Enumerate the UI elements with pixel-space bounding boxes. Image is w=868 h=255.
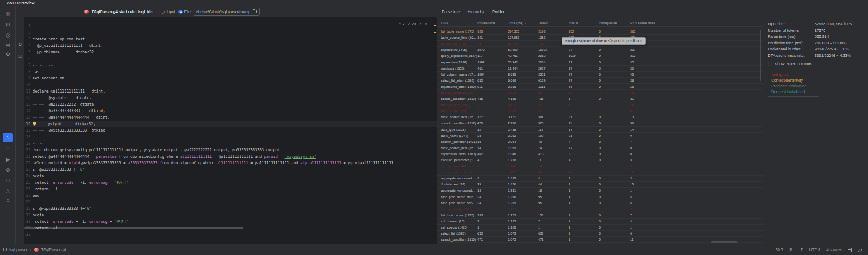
line-number[interactable]: 23 bbox=[24, 166, 30, 173]
code-line-2[interactable]: 2 bbox=[24, 30, 437, 36]
code-line-7[interactable]: 7-- -- -- bbox=[24, 62, 437, 69]
profiler-row[interactable]: search_condition (1517)4702.78652511030 bbox=[437, 120, 763, 126]
column-header-dfa-cache-miss[interactable]: DFA cache miss bbox=[630, 21, 763, 25]
profiler-row[interactable]: execute_statement (7...31.7333011112 bbox=[437, 169, 763, 176]
notifications-info-icon[interactable]: ! bbox=[858, 248, 862, 252]
code-line-27[interactable]: 27end bbox=[24, 192, 437, 199]
file-radio[interactable] bbox=[178, 10, 183, 14]
profiler-row[interactable]: expression_elem (1590)6115.266321199026 bbox=[437, 84, 763, 90]
code-line-6[interactable]: 6 bbox=[24, 56, 437, 62]
profiler-row[interactable]: table_source_item (15...141.959741708 bbox=[437, 145, 763, 151]
input-radio-label[interactable]: Input bbox=[167, 10, 175, 14]
line-number[interactable]: 15 bbox=[24, 114, 30, 121]
input-radio[interactable] bbox=[161, 10, 165, 14]
profiler-row[interactable]: column_definition (1421)182.06449707 bbox=[437, 139, 763, 145]
code-line-10[interactable]: 10 bbox=[24, 82, 437, 88]
line-number[interactable]: 28 bbox=[24, 199, 30, 205]
profiler-row[interactable]: sql_clauses (12)71.1227104 bbox=[437, 219, 763, 225]
code-line-9[interactable]: 9set nocount on bbox=[24, 75, 437, 82]
profiler-row[interactable]: data_type (1829)322.48811417014 bbox=[437, 127, 763, 133]
table-vertical-scrollbar[interactable] bbox=[760, 30, 761, 81]
checkbox-icon[interactable] bbox=[768, 62, 772, 66]
line-number[interactable]: 18 bbox=[24, 134, 30, 140]
browse-folder-icon[interactable] bbox=[253, 10, 257, 13]
column-header-time-ms-[interactable]: Time (ms)▾ bbox=[508, 21, 538, 25]
services-icon[interactable]: □ bbox=[3, 176, 13, 185]
file-path-field[interactable]: ebelice/Github/tsql-parser/examples/big.… bbox=[194, 8, 260, 16]
profiler-row[interactable]: expression_elem (1589)4021.948413308 bbox=[437, 151, 763, 157]
profiler-row[interactable]: table_name (1777)332.2521992109 bbox=[437, 133, 763, 139]
code-line-31[interactable]: 31 select errorcode = -1, errormsg = '准备… bbox=[24, 219, 437, 225]
line-number[interactable]: 14 bbox=[24, 108, 30, 114]
intention-bulb-icon[interactable] bbox=[33, 122, 36, 126]
code-line-20[interactable]: 20exec nb_com_getsysconfig @a11111111111… bbox=[24, 147, 437, 153]
profiler-row[interactable]: full_table_name (1773)1391.179139107 bbox=[437, 212, 763, 219]
refresh-icon[interactable]: ↻ bbox=[17, 41, 23, 47]
column-header-rule[interactable]: Rule bbox=[441, 21, 477, 25]
profiler-row[interactable]: execute_parameter (1...41.75811403 bbox=[437, 157, 763, 163]
commit-icon[interactable]: ⊞ bbox=[3, 20, 13, 30]
code-line-32[interactable]: 32 return -1 bbox=[24, 225, 437, 232]
code-line-17[interactable]: 17—— —— @vipa333333333333 dtkind bbox=[24, 127, 437, 134]
code-line-18[interactable]: 18 bbox=[24, 134, 437, 140]
run-icon[interactable]: ▶ bbox=[3, 155, 13, 164]
line-number[interactable]: 3 bbox=[24, 36, 30, 43]
code-line-23[interactable]: 23if @a333333333333 !='0' bbox=[24, 166, 437, 173]
structure-icon[interactable]: ▤ bbox=[3, 40, 13, 50]
line-number[interactable]: 4 bbox=[24, 43, 30, 49]
profiler-row[interactable]: search_condition (1519)7354.1587351031 bbox=[437, 96, 763, 102]
profiler-row[interactable]: func_proc_name_data...241.29895405 bbox=[437, 194, 763, 200]
caret-position[interactable]: 30:7 bbox=[776, 248, 783, 252]
tab-hierarchy[interactable]: Hierarchy bbox=[468, 6, 485, 17]
code-line-33[interactable]: 33 bbox=[24, 232, 437, 238]
profiler-row[interactable]: aggregate_windowed...41.4954103 bbox=[437, 176, 763, 182]
code-line-4[interactable]: 4 @p_vipa1111111111111 dtint, bbox=[24, 43, 437, 49]
code-line-8[interactable]: 8 as bbox=[24, 69, 437, 75]
readonly-icon[interactable]: ✎ bbox=[789, 248, 792, 252]
line-number[interactable]: 5 bbox=[24, 49, 30, 56]
code-line-21[interactable]: 21select @a4444444444444444 = paravalue … bbox=[24, 153, 437, 160]
code-line-3[interactable]: 3create proc up_com_test bbox=[24, 36, 437, 43]
code-line-15[interactable]: 15—— —— @a4444444444444444 dtint, bbox=[24, 114, 437, 121]
column-header-total-k[interactable]: Total k bbox=[538, 21, 569, 25]
line-number[interactable]: 10 bbox=[24, 82, 30, 88]
line-number[interactable]: 12 bbox=[24, 95, 30, 101]
profiler-row[interactable]: table_source_item (15...1273.17138121013 bbox=[437, 114, 763, 120]
profiler-row[interactable]: aggregate_windowed...181.33118101 bbox=[437, 188, 763, 194]
code-line-19[interactable]: 19-- -- bbox=[24, 140, 437, 147]
code-line-30[interactable]: 30begin bbox=[24, 212, 437, 219]
line-number[interactable]: 9 bbox=[24, 75, 30, 82]
todo-icon[interactable]: △ bbox=[3, 186, 13, 195]
profiler-row[interactable]: select_list_elem (1592)6326.669612997038 bbox=[437, 78, 763, 84]
line-separator[interactable]: LF bbox=[799, 248, 803, 252]
breadcrumb-file[interactable]: TSqlParser.g4 bbox=[41, 248, 66, 252]
search-icon[interactable]: ◎ bbox=[3, 30, 13, 40]
code-line-22[interactable]: 22select @vipid = vipid,@vipa33333333333… bbox=[24, 160, 437, 166]
code-line-25[interactable]: 25 select errorcode = -1, errormsg = '执行… bbox=[24, 179, 437, 186]
line-number[interactable]: 20 bbox=[24, 147, 30, 153]
code-line-5[interactable]: 5 @p_tblname dtchar32 bbox=[24, 49, 437, 56]
code-line-29[interactable]: 29if @vipa333333333333 !='0' bbox=[24, 205, 437, 212]
code-line-11[interactable]: 11declare @a1111111111111 dtint, bbox=[24, 88, 437, 95]
profiler-row[interactable]: table_source_item_j...74.1212910116 bbox=[437, 102, 763, 108]
profiler-row[interactable]: set_special (1482)11.74614915 bbox=[437, 163, 763, 169]
project-icon[interactable]: ▦ bbox=[3, 9, 13, 18]
line-number[interactable]: 13 bbox=[24, 101, 30, 108]
profiler-row[interactable]: expression (1498)199820.342206421082 bbox=[437, 59, 763, 65]
code-line-13[interactable]: 13—— —— @a2222222222 dtdate, bbox=[24, 101, 437, 108]
code-line-16[interactable]: 16 —— @vipid dtchar32, bbox=[24, 121, 437, 127]
line-number[interactable]: 27 bbox=[24, 192, 30, 199]
profiler-row[interactable]: predicate (1525)46113.444292717080 bbox=[437, 66, 763, 72]
profiler-row[interactable]: select_list (1581)6321.073632106 bbox=[437, 231, 763, 237]
breadcrumb-root[interactable]: tsql-parser bbox=[9, 248, 28, 252]
line-number[interactable]: 30 bbox=[24, 212, 30, 219]
profiler-row[interactable]: expression (1495)197852.99910982970237 bbox=[437, 47, 763, 53]
code-line-12[interactable]: 12—— —— @sysdate dtdate, bbox=[24, 95, 437, 101]
tab-parse-tree[interactable]: Parse tree bbox=[442, 6, 460, 17]
line-number[interactable]: 24 bbox=[24, 173, 30, 179]
line-number[interactable]: 17 bbox=[24, 127, 30, 134]
tab-profiler[interactable]: Profiler bbox=[492, 6, 505, 17]
table-horizontal-scrollbar[interactable] bbox=[711, 241, 738, 243]
problems-icon[interactable]: ⊘ bbox=[3, 165, 13, 175]
code-editor[interactable]: ⚠ 2 ✓ 23 ∧ ∨ 123create proc up_com_test4… bbox=[24, 17, 437, 244]
